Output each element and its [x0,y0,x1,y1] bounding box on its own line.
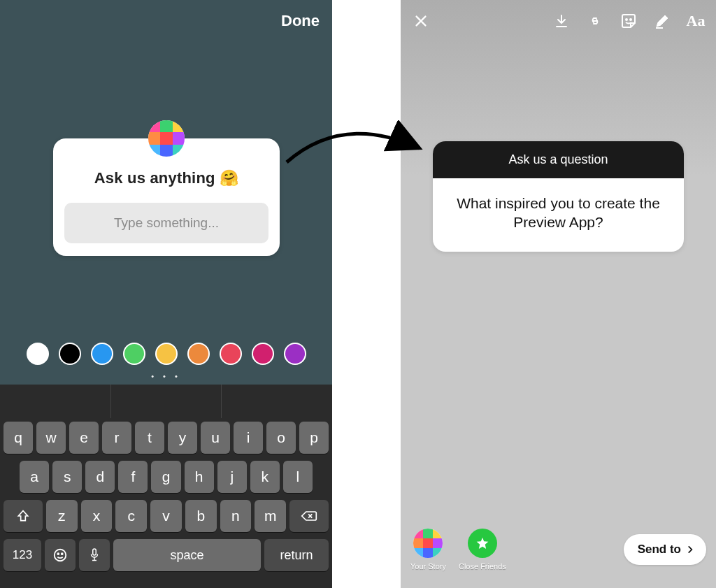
send-to-button[interactable]: Send to [624,534,706,565]
key-s[interactable]: s [52,461,82,493]
text-icon[interactable]: Aa [685,10,706,31]
page-indicator-dots: • • • [0,372,332,380]
key-a[interactable]: a [20,461,49,493]
key-v[interactable]: v [150,500,182,532]
color-swatch-4[interactable] [155,343,178,365]
svg-rect-3 [93,549,96,555]
svg-point-4 [626,19,627,20]
key-t[interactable]: t [135,422,164,454]
avatar [148,120,185,157]
key-r[interactable]: r [102,422,131,454]
key-g[interactable]: g [151,461,180,493]
key-m[interactable]: m [255,500,286,532]
top-toolbar: Aa [401,0,716,42]
key-w[interactable]: w [36,422,66,454]
close-friends-label: Close Friends [459,562,506,571]
chevron-right-icon [685,545,695,554]
question-response-card[interactable]: Ask us a question What inspired you to c… [433,141,684,252]
close-friends-icon [468,529,497,558]
color-swatch-3[interactable] [123,343,145,365]
question-input-placeholder[interactable]: Type something... [64,203,268,243]
shift-key[interactable] [3,500,43,532]
color-swatch-0[interactable] [27,343,49,365]
key-y[interactable]: y [168,422,197,454]
key-l[interactable]: l [283,461,313,493]
top-bar: Done [0,0,332,42]
key-f[interactable]: f [118,461,148,493]
question-sticker[interactable]: Ask us anything 🤗 Type something... [53,138,280,256]
your-story-button[interactable]: Your Story [410,529,446,571]
response-body: What inspired you to create the Preview … [433,178,684,252]
svg-point-1 [57,553,59,554]
bottom-bar: Your Story Close Friends Send to [401,521,716,588]
question-prompt[interactable]: Ask us anything 🤗 [64,169,268,187]
key-z[interactable]: z [46,500,78,532]
keyboard: qwertyuiop asdfghjkl zxcvbnm 123 space r… [0,385,332,588]
key-p[interactable]: p [299,422,329,454]
your-story-label: Your Story [410,562,446,571]
key-q[interactable]: q [3,422,33,454]
key-i[interactable]: i [234,422,263,454]
your-story-avatar [413,529,443,558]
close-friends-button[interactable]: Close Friends [459,529,506,571]
story-editor-pane: Done Ask us anything 🤗 Type something...… [0,0,332,588]
dictation-key[interactable] [79,539,110,571]
key-u[interactable]: u [201,422,230,454]
color-swatch-6[interactable] [220,343,242,365]
svg-point-0 [55,550,66,561]
return-key[interactable]: return [264,539,329,571]
pane-divider [332,0,401,588]
response-header: Ask us a question [433,141,684,178]
story-preview-pane: Aa Ask us a question What inspired you t… [401,0,716,588]
link-icon[interactable] [585,10,606,31]
key-c[interactable]: c [115,500,147,532]
key-e[interactable]: e [69,422,99,454]
emoji-key[interactable] [45,539,76,571]
color-swatch-1[interactable] [59,343,81,365]
numbers-key[interactable]: 123 [3,539,41,571]
key-x[interactable]: x [81,500,113,532]
key-h[interactable]: h [185,461,214,493]
color-swatch-2[interactable] [91,343,113,365]
svg-point-5 [630,19,631,20]
key-j[interactable]: j [217,461,247,493]
key-o[interactable]: o [266,422,296,454]
key-k[interactable]: k [250,461,280,493]
backspace-key[interactable] [289,500,329,532]
sticker-icon[interactable] [618,10,639,31]
keyboard-prediction-bar[interactable] [0,385,332,418]
color-swatch-row [0,343,332,365]
space-key[interactable]: space [113,539,261,571]
draw-icon[interactable] [652,10,673,31]
color-swatch-7[interactable] [252,343,274,365]
color-swatch-8[interactable] [284,343,306,365]
done-button[interactable]: Done [281,12,320,30]
svg-point-2 [62,553,63,554]
key-d[interactable]: d [85,461,115,493]
key-n[interactable]: n [220,500,252,532]
key-b[interactable]: b [185,500,217,532]
close-icon[interactable] [410,10,431,31]
save-icon[interactable] [551,10,572,31]
send-to-label: Send to [638,543,681,557]
color-swatch-5[interactable] [187,343,210,365]
